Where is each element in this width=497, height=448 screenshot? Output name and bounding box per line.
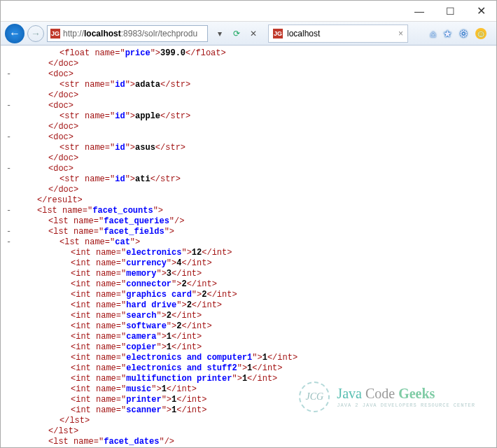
xml-line: <int name="memory">3</int> xyxy=(15,269,496,279)
xml-line: <int name="electronics">12</int> xyxy=(15,248,496,258)
xml-line: -<lst name="facet_fields"> xyxy=(15,227,496,237)
settings-icon[interactable]: ⚙ xyxy=(459,28,468,39)
forward-button[interactable]: → xyxy=(27,25,44,42)
home-icon[interactable]: ⌂ xyxy=(430,28,436,39)
xml-line: </doc> xyxy=(15,153,496,164)
xml-line: <int name="electronics and computer1">1<… xyxy=(15,353,496,363)
xml-line: </doc> xyxy=(15,122,496,132)
xml-line: <str name="id">asus</str> xyxy=(15,143,496,153)
xml-line: </doc> xyxy=(15,185,496,195)
maximize-button[interactable]: ☐ xyxy=(435,1,465,22)
xml-line: <int name="graphics card">2</int> xyxy=(15,290,496,300)
xml-line: <int name="software">2</int> xyxy=(15,321,496,332)
xml-line: -<doc> xyxy=(15,69,496,80)
xml-line: <int name="currency">4</int> xyxy=(15,258,496,269)
xml-line: <str name="id">ati</str> xyxy=(15,174,496,185)
back-button[interactable]: ← xyxy=(5,24,24,43)
dropdown-icon[interactable]: ▾ xyxy=(214,29,226,38)
xml-line: <float name="price">399.0</float> xyxy=(15,48,496,59)
address-bar[interactable]: JG http://localhost:8983/solr/techprodu xyxy=(47,25,208,42)
stop-icon[interactable]: ✕ xyxy=(247,29,260,38)
xml-line: <lst name="facet_dates"/> xyxy=(15,437,496,447)
refresh-icon[interactable]: ⟳ xyxy=(230,29,243,38)
navigation-bar: ← → JG http://localhost:8983/solr/techpr… xyxy=(1,22,496,46)
xml-line: <int name="copier">1</int> xyxy=(15,342,496,353)
xml-line: <lst name="facet_queries"/> xyxy=(15,216,496,227)
url-text: http://localhost:8983/solr/techprodu xyxy=(63,29,197,38)
xml-line: <int name="scanner">1</int> xyxy=(15,405,496,416)
address-controls: ▾ ⟳ ✕ xyxy=(214,29,260,38)
xml-line: <int name="music">1</int> xyxy=(15,384,496,395)
xml-line: -<lst name="cat"> xyxy=(15,237,496,248)
xml-line: <int name="printer">1</int> xyxy=(15,395,496,405)
favorites-icon[interactable]: ★ xyxy=(443,28,452,39)
tab-title: localhost xyxy=(287,29,320,38)
xml-line: </lst> xyxy=(15,426,496,437)
xml-line: <int name="electronics and stuff2">1</in… xyxy=(15,363,496,374)
close-window-button[interactable]: ✕ xyxy=(465,1,496,22)
minimize-button[interactable]: — xyxy=(404,1,435,22)
xml-line: <str name="id">apple</str> xyxy=(15,111,496,122)
xml-line: -<doc> xyxy=(15,132,496,143)
tab-favicon: JG xyxy=(273,29,283,38)
xml-line: <int name="search">2</int> xyxy=(15,311,496,321)
tab-close-icon[interactable]: × xyxy=(398,29,403,38)
xml-line: <int name="camera">1</int> xyxy=(15,332,496,342)
browser-tab[interactable]: JG localhost × xyxy=(268,24,408,43)
site-favicon: JG xyxy=(50,29,60,38)
feedback-icon[interactable]: ☺ xyxy=(475,28,486,39)
xml-line: </doc> xyxy=(15,59,496,69)
xml-line: </result> xyxy=(15,195,496,206)
xml-line: <int name="hard drive">2</int> xyxy=(15,300,496,311)
title-bar: — ☐ ✕ xyxy=(1,1,496,22)
xml-line: -<doc> xyxy=(15,164,496,174)
xml-content[interactable]: <float name="price">399.0</float></doc>-… xyxy=(1,46,496,447)
xml-line: </doc> xyxy=(15,90,496,101)
xml-line: -<doc> xyxy=(15,101,496,111)
xml-line: <int name="multifunction printer">1</int… xyxy=(15,374,496,384)
xml-line: <str name="id">adata</str> xyxy=(15,80,496,90)
browser-window: — ☐ ✕ ← → JG http://localhost:8983/solr/… xyxy=(0,0,497,448)
xml-line: </lst> xyxy=(15,416,496,426)
toolbar-right: ⌂ ★ ⚙ ☺ xyxy=(430,28,492,39)
xml-line: <int name="connector">2</int> xyxy=(15,279,496,290)
xml-line: -<lst name="facet_counts"> xyxy=(15,206,496,216)
